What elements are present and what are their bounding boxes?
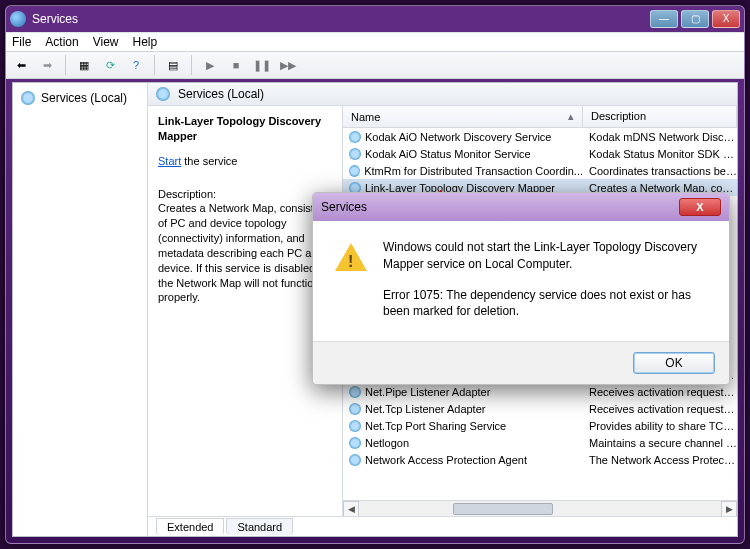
table-row[interactable]: NetlogonMaintains a secure channel be... [343, 434, 737, 451]
scroll-right-button[interactable]: ▶ [721, 501, 737, 516]
service-row-icon [349, 148, 361, 160]
service-row-icon [349, 420, 361, 432]
description-label: Description: [158, 187, 332, 202]
pause-service-button[interactable]: ❚❚ [251, 54, 273, 76]
menu-file[interactable]: File [12, 35, 31, 49]
dialog-title: Services [321, 200, 367, 214]
table-row[interactable]: Net.Pipe Listener AdapterReceives activa… [343, 383, 737, 400]
service-row-icon [349, 403, 361, 415]
column-headers: Name ▴ Description [343, 106, 737, 128]
tree-node-label: Services (Local) [41, 91, 127, 105]
dialog-message-line2: Error 1075: The dependency service does … [383, 287, 707, 321]
service-row-icon [349, 386, 361, 398]
menubar: File Action View Help [6, 32, 744, 51]
service-row-icon [349, 437, 361, 449]
sort-asc-icon: ▴ [568, 110, 574, 123]
dialog-titlebar[interactable]: Services X [313, 193, 729, 221]
properties-button[interactable]: ▤ [162, 54, 184, 76]
service-row-icon [349, 165, 360, 177]
cell-name: Net.Tcp Listener Adapter [343, 403, 583, 415]
help-button[interactable]: ? [125, 54, 147, 76]
tab-strip: Extended Standard [148, 516, 737, 536]
cell-description: Kodak Status Monitor SDK Ser... [583, 148, 737, 160]
table-row[interactable]: Net.Tcp Port Sharing ServiceProvides abi… [343, 417, 737, 434]
menu-view[interactable]: View [93, 35, 119, 49]
table-row[interactable]: Network Access Protection AgentThe Netwo… [343, 451, 737, 468]
forward-button[interactable]: ➡ [36, 54, 58, 76]
column-description[interactable]: Description [583, 106, 737, 127]
dialog-message: Windows could not start the Link-Layer T… [383, 239, 707, 327]
service-title: Link-Layer Topology Discovery Mapper [158, 114, 332, 144]
cell-description: Receives activation requests o... [583, 386, 737, 398]
cell-name: Kodak AiO Status Monitor Service [343, 148, 583, 160]
ok-button[interactable]: OK [633, 352, 715, 374]
scroll-thumb[interactable] [453, 503, 553, 515]
cell-description: Provides ability to share TCP p... [583, 420, 737, 432]
table-row[interactable]: Net.Tcp Listener AdapterReceives activat… [343, 400, 737, 417]
tree-pane: Services (Local) [13, 83, 148, 536]
minimize-button[interactable]: — [650, 10, 678, 28]
cell-name: Net.Tcp Port Sharing Service [343, 420, 583, 432]
column-name[interactable]: Name ▴ [343, 106, 583, 127]
window-title: Services [32, 12, 78, 26]
column-name-label: Name [351, 111, 380, 123]
description-text: Creates a Network Map, consisting of PC … [158, 201, 332, 305]
error-dialog: Services X Windows could not start the L… [312, 192, 730, 385]
tab-standard[interactable]: Standard [226, 518, 293, 535]
titlebar[interactable]: Services — ▢ X [6, 6, 744, 32]
header-services-icon [156, 87, 170, 101]
service-row-icon [349, 454, 361, 466]
tab-extended[interactable]: Extended [156, 518, 224, 535]
cell-name: Network Access Protection Agent [343, 454, 583, 466]
services-app-icon [10, 11, 26, 27]
scroll-left-button[interactable]: ◀ [343, 501, 359, 516]
cell-name: Kodak AiO Network Discovery Service [343, 131, 583, 143]
maximize-button[interactable]: ▢ [681, 10, 709, 28]
cell-name: KtmRm for Distributed Transaction Coordi… [343, 165, 583, 177]
cell-description: Maintains a secure channel be... [583, 437, 737, 449]
menu-help[interactable]: Help [133, 35, 158, 49]
menu-action[interactable]: Action [45, 35, 78, 49]
cell-description: Coordinates transactions betw... [583, 165, 737, 177]
start-service-link[interactable]: Start [158, 155, 181, 167]
table-row[interactable]: KtmRm for Distributed Transaction Coordi… [343, 162, 737, 179]
services-node-icon [21, 91, 35, 105]
cell-description: Kodak mDNS Network Discove... [583, 131, 737, 143]
table-row[interactable]: Kodak AiO Status Monitor ServiceKodak St… [343, 145, 737, 162]
horizontal-scrollbar[interactable]: ◀ ▶ [343, 500, 737, 516]
cell-name: Netlogon [343, 437, 583, 449]
warning-icon [335, 243, 367, 271]
back-button[interactable]: ⬅ [10, 54, 32, 76]
stop-service-button[interactable]: ■ [225, 54, 247, 76]
restart-service-button[interactable]: ▶▶ [277, 54, 299, 76]
cell-name: Net.Pipe Listener Adapter [343, 386, 583, 398]
table-row[interactable]: Kodak AiO Network Discovery ServiceKodak… [343, 128, 737, 145]
toolbar: ⬅ ➡ ▦ ⟳ ? ▤ ▶ ■ ❚❚ ▶▶ [6, 51, 744, 79]
dialog-message-line1: Windows could not start the Link-Layer T… [383, 239, 707, 273]
close-button[interactable]: X [712, 10, 740, 28]
show-hide-button[interactable]: ▦ [73, 54, 95, 76]
start-suffix: the service [181, 155, 237, 167]
export-button[interactable]: ⟳ [99, 54, 121, 76]
dialog-close-button[interactable]: X [679, 198, 721, 216]
service-row-icon [349, 131, 361, 143]
right-header-label: Services (Local) [178, 87, 264, 101]
right-header: Services (Local) [148, 83, 737, 106]
tree-node-services-local[interactable]: Services (Local) [17, 89, 143, 107]
cell-description: Receives activation requests o... [583, 403, 737, 415]
start-service-button[interactable]: ▶ [199, 54, 221, 76]
cell-description: The Network Access Protectio... [583, 454, 737, 466]
